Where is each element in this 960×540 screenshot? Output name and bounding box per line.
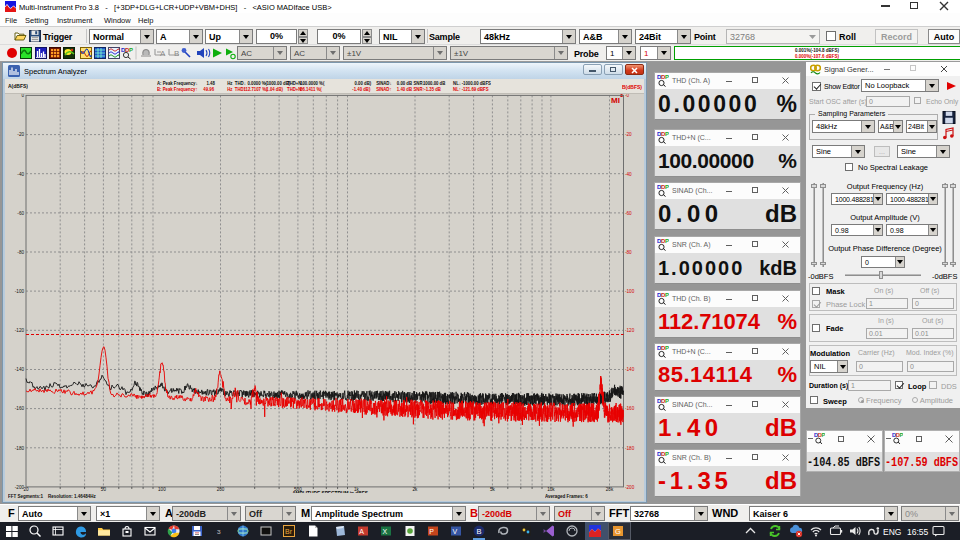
svg-text:A: A — [359, 528, 364, 535]
svg-text:-80: -80 — [625, 250, 632, 255]
svg-text:-80: -80 — [17, 250, 24, 255]
svg-text:P: P — [665, 345, 669, 351]
svg-text:-100: -100 — [625, 289, 635, 294]
svg-text:G: G — [615, 527, 621, 536]
svg-text:X: X — [382, 528, 387, 535]
svg-text:P: P — [429, 528, 434, 535]
svg-text:-20: -20 — [625, 132, 632, 137]
svg-text:ɜ: ɜ — [217, 527, 221, 536]
svg-text:P: P — [665, 292, 669, 298]
svg-text:-60: -60 — [625, 211, 632, 216]
svg-text:Br: Br — [285, 528, 293, 535]
svg-text:P: P — [129, 47, 133, 53]
svg-text:100: 100 — [158, 487, 166, 492]
svg-text:-0: -0 — [625, 94, 630, 98]
svg-text:AMPLITUDE SPECTRUM in dBFS: AMPLITUDE SPECTRUM in dBFS — [292, 491, 368, 493]
svg-text:P: P — [665, 74, 669, 80]
svg-text:-180: -180 — [15, 446, 25, 451]
svg-text:P: P — [665, 451, 669, 457]
svg-text:B: B — [174, 49, 179, 58]
svg-text:-100: -100 — [15, 289, 25, 294]
svg-text:-40: -40 — [625, 172, 632, 177]
svg-text:-120: -120 — [625, 328, 635, 333]
svg-text:A: A — [160, 49, 166, 58]
svg-text:P: P — [665, 184, 669, 190]
svg-text:P: P — [900, 432, 904, 438]
svg-text:-20: -20 — [17, 132, 24, 137]
svg-text:-140: -140 — [15, 367, 25, 372]
svg-text:V: V — [452, 528, 457, 535]
svg-text:B: B — [476, 527, 481, 536]
svg-text:P: P — [665, 131, 669, 137]
svg-text:-160: -160 — [15, 406, 25, 411]
svg-text:-120: -120 — [15, 328, 25, 333]
svg-text:0: 0 — [21, 94, 24, 98]
svg-text:P: P — [665, 398, 669, 404]
svg-text:-200: -200 — [625, 485, 635, 490]
svg-text:P: P — [665, 238, 669, 244]
svg-text:P: P — [822, 432, 826, 438]
svg-text:20: 20 — [23, 487, 29, 492]
svg-text:-160: -160 — [625, 406, 635, 411]
svg-text:-40: -40 — [17, 172, 24, 177]
svg-text:-180: -180 — [625, 446, 635, 451]
svg-text:-60: -60 — [17, 211, 24, 216]
svg-text:-140: -140 — [625, 367, 635, 372]
